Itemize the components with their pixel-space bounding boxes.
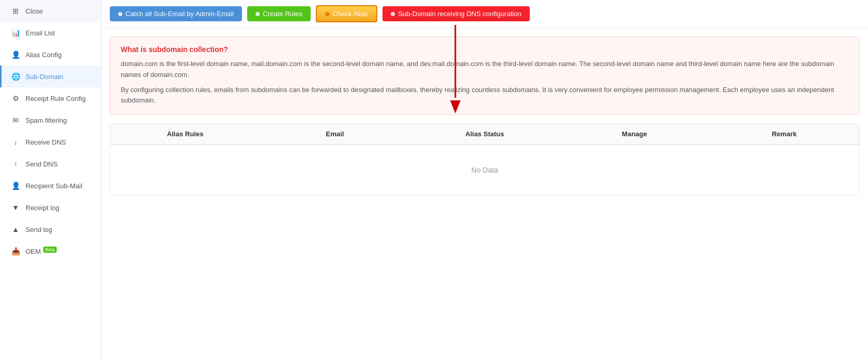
sidebar-item-sub-domain[interactable]: 🌐Sub-Domain: [0, 66, 101, 87]
check-alias-label: Check Alias: [333, 10, 368, 18]
create-rules-button[interactable]: Create Rules: [247, 6, 311, 21]
sidebar-item-send-dns[interactable]: ↑Send DNS: [0, 153, 101, 175]
sub-domain-icon: 🌐: [11, 72, 20, 81]
receive-dns-icon: ↓: [11, 138, 20, 146]
sidebar-item-alias-config[interactable]: 👤Alias Config: [0, 44, 101, 66]
close-icon: ⊞: [11, 7, 20, 15]
sidebar-label-sub-domain: Sub-Domain: [25, 73, 63, 81]
alias-config-icon: 👤: [11, 50, 20, 59]
sidebar-label-spam-filtering: Spam filtering: [25, 117, 67, 124]
sidebar-label-close: Close: [25, 7, 43, 15]
sidebar-item-spam-filtering[interactable]: ✉Spam filtering: [0, 109, 101, 131]
table-header-remark: Remark: [709, 124, 859, 144]
sidebar-label-send-log: Send log: [25, 226, 52, 234]
sidebar-item-close[interactable]: ⊞Close: [0, 0, 101, 22]
send-dns-icon: ↑: [11, 160, 20, 168]
table-header-email: Email: [260, 124, 410, 144]
sidebar-item-oem[interactable]: 📥OEMBeta: [0, 240, 101, 262]
sidebar-label-oem: OEMBeta: [25, 247, 57, 255]
table-header-alias-rules: Alias Rules: [110, 124, 260, 144]
alias-table: Alias RulesEmailAlias StatusManageRemark…: [110, 123, 860, 196]
table-header: Alias RulesEmailAlias StatusManageRemark: [110, 124, 859, 145]
no-data-message: No Data: [110, 145, 859, 195]
oem-icon: 📥: [11, 247, 20, 255]
sidebar-label-receive-dns: Receive DNS: [25, 138, 66, 146]
sidebar-item-receipt-rule-config[interactable]: ⚙Receipt Rule Config: [0, 87, 101, 109]
sidebar-item-email-list[interactable]: 📊Email List: [0, 22, 101, 44]
main-content: Catch all Sub-Email by Admin-EmailCreate…: [101, 0, 868, 362]
sub-domain-dns-button[interactable]: Sub-Domain receiving DNS configuration: [382, 6, 530, 21]
sub-domain-dns-label: Sub-Domain receiving DNS configuration: [398, 10, 521, 18]
create-rules-dot-icon: [256, 12, 260, 16]
sidebar-item-send-log[interactable]: ▲Send log: [0, 218, 101, 240]
sidebar-item-receive-dns[interactable]: ↓Receive DNS: [0, 131, 101, 153]
sidebar-label-receipt-rule-config: Receipt Rule Config: [25, 95, 86, 102]
spam-filtering-icon: ✉: [11, 116, 20, 124]
create-rules-label: Create Rules: [263, 10, 302, 18]
sidebar-label-email-list: Email List: [25, 29, 55, 37]
catch-all-button[interactable]: Catch all Sub-Email by Admin-Email: [110, 6, 242, 21]
check-alias-button[interactable]: Check Alias: [316, 5, 377, 22]
receipt-rule-config-icon: ⚙: [11, 94, 20, 102]
info-box: What is subdomain collection? domain.com…: [110, 36, 860, 115]
info-box-para-2: By configuring collection rules, emails …: [121, 85, 849, 107]
sidebar-label-send-dns: Send DNS: [25, 160, 57, 168]
sidebar: ⊞Close📊Email List👤Alias Config🌐Sub-Domai…: [0, 0, 101, 362]
sidebar-item-recipient-sub-mail[interactable]: 👤Recipient Sub-Mail: [0, 175, 101, 197]
sidebar-label-recipient-sub-mail: Recipient Sub-Mail: [25, 182, 82, 190]
catch-all-label: Catch all Sub-Email by Admin-Email: [125, 10, 234, 18]
toolbar: Catch all Sub-Email by Admin-EmailCreate…: [101, 0, 868, 28]
table-body: No Data: [110, 145, 859, 195]
sidebar-label-alias-config: Alias Config: [25, 51, 61, 59]
info-box-title: What is subdomain collection?: [121, 45, 849, 54]
table-header-manage: Manage: [559, 124, 709, 144]
check-alias-dot-icon: [325, 12, 329, 16]
receipt-log-icon: ▼: [11, 203, 20, 212]
recipient-sub-mail-icon: 👤: [11, 182, 20, 190]
sidebar-item-receipt-log[interactable]: ▼Receipt log: [0, 197, 101, 218]
table-header-alias-status: Alias Status: [410, 124, 560, 144]
catch-all-dot-icon: [118, 12, 122, 16]
sidebar-label-receipt-log: Receipt log: [25, 204, 59, 212]
sub-domain-dns-dot-icon: [391, 12, 395, 16]
send-log-icon: ▲: [11, 225, 20, 234]
email-list-icon: 📊: [11, 29, 20, 37]
oem-beta-badge: Beta: [43, 247, 57, 253]
info-box-para-1: domain.com is the first-level domain nam…: [121, 59, 849, 81]
